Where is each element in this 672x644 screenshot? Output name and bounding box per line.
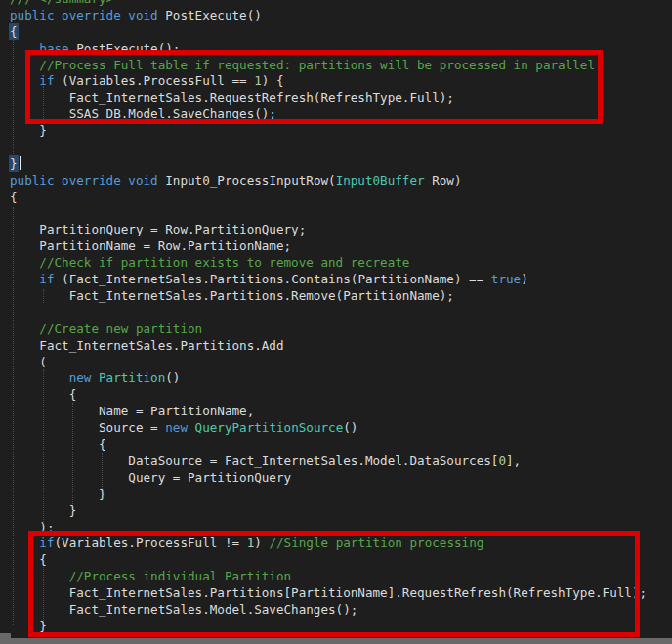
code-token: //Create new partition (10, 322, 202, 336)
code-line: { (10, 24, 647, 41)
code-line: public override void Input0_ProcessInput… (10, 173, 647, 190)
code-token: PartitionName = Row.PartitionName; (10, 238, 291, 253)
code-line (10, 206, 647, 223)
code-token: if (39, 272, 54, 286)
code-line: DataSource = Fact_InternetSales.Model.Da… (10, 453, 647, 470)
code-token (91, 370, 99, 385)
code-token: { (10, 387, 76, 402)
annotation-box-single-partition (28, 531, 640, 637)
code-token: Input0Buffer (336, 173, 425, 188)
matched-brace: { (10, 24, 18, 39)
code-token: DataSource = Fact_InternetSales.Model.Da… (10, 453, 498, 468)
code-line: public override void PostExecute() (10, 8, 647, 24)
code-token: Fact_InternetSales.Partitions.Remove(Par… (10, 288, 454, 303)
code-token: new (69, 370, 92, 385)
code-token: () (343, 420, 357, 435)
code-token: public override void (10, 8, 165, 22)
code-line: //Check if partition exists to remove an… (10, 255, 647, 272)
code-token: } (10, 487, 106, 501)
code-line: { (10, 437, 647, 453)
code-token: (Fact_InternetSales.Partitions.Contains(… (55, 272, 491, 286)
annotation-box-process-full (25, 50, 603, 124)
code-token: Row) (425, 173, 462, 188)
code-line: /// </summary> (10, 0, 647, 8)
code-line (10, 140, 647, 156)
code-token: 0 (498, 453, 506, 468)
code-token: QueryPartitionSource (195, 420, 344, 435)
code-line: Fact_InternetSales.Partitions.Remove(Par… (10, 288, 647, 305)
code-token: ( (10, 355, 47, 369)
code-editor-window: /// </summary>public override void PostE… (0, 0, 672, 644)
code-line: Source = new QueryPartitionSource() (10, 420, 647, 437)
code-token: ) (521, 272, 528, 286)
code-token: true (491, 272, 521, 286)
code-token: public override void (10, 173, 165, 188)
code-line: ( (10, 355, 647, 371)
code-line: Name = PartitionName, (10, 404, 647, 420)
code-line: } (10, 123, 647, 140)
matched-brace: } (10, 156, 18, 171)
code-token: { (10, 190, 18, 204)
code-line: //Create new partition (10, 322, 647, 338)
code-token: new (165, 420, 188, 435)
code-token: () (165, 370, 180, 385)
code-token: Fact_InternetSales.Partitions.Add (10, 338, 284, 353)
code-line: } (10, 503, 647, 520)
code-line: Query = PartitionQuery (10, 470, 647, 487)
code-line: } (10, 156, 647, 173)
code-token: /// </summary> (10, 0, 113, 6)
code-token: Partition (99, 370, 165, 385)
code-token: PostExecute() (165, 8, 262, 22)
code-token: Input0_ProcessInputRow( (165, 173, 335, 188)
code-line: PartitionName = Row.PartitionName; (10, 238, 647, 255)
text-cursor (20, 156, 21, 170)
code-line: new Partition() (10, 370, 647, 387)
code-token: ], (506, 453, 521, 468)
code-token: Name = PartitionName, (10, 404, 254, 418)
code-line (10, 305, 647, 322)
bottom-scrollbar-strip[interactable] (0, 638, 672, 644)
code-token: } (10, 123, 47, 138)
code-line: { (10, 387, 647, 404)
code-line: { (10, 190, 647, 206)
code-token (10, 370, 69, 385)
code-token: Query = PartitionQuery (10, 470, 291, 485)
code-line: PartitionQuery = Row.PartitionQuery; (10, 222, 647, 238)
code-token: } (10, 503, 76, 518)
code-token (188, 420, 195, 435)
code-line: if (Fact_InternetSales.Partitions.Contai… (10, 272, 647, 288)
code-line: } (10, 487, 647, 503)
code-token: Source = (10, 420, 165, 435)
code-token (10, 272, 39, 286)
code-token: //Check if partition exists to remove an… (10, 255, 409, 270)
code-line: Fact_InternetSales.Partitions.Add (10, 338, 647, 355)
code-token: { (10, 437, 106, 451)
code-token: PartitionQuery = Row.PartitionQuery; (10, 222, 306, 236)
